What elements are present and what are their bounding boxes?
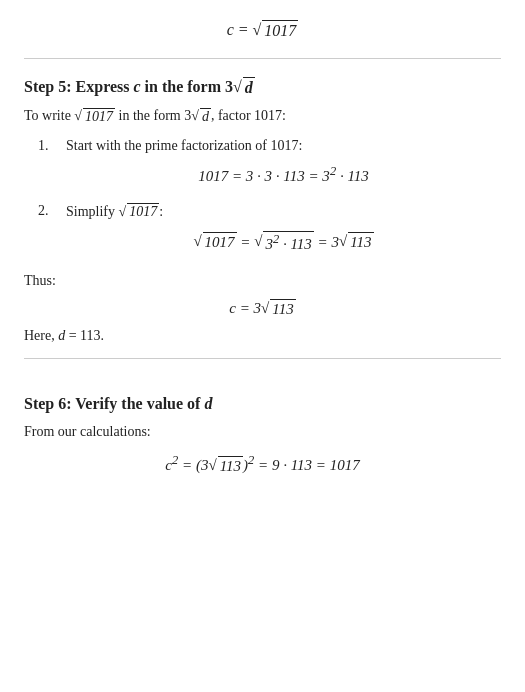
step5-heading-var: c [134, 78, 141, 95]
divider-1 [24, 58, 501, 59]
formula3: c = 3√113 [24, 299, 501, 318]
step6-intro: From our calculations: [24, 421, 501, 443]
list-num-1: 1. [38, 138, 66, 154]
sqrt-item2: √1017 [119, 203, 160, 221]
sqrt-form: √d [191, 105, 211, 127]
item1-text: Start with the prime factorization of 10… [66, 138, 302, 153]
thus-text: Thus: [24, 273, 501, 289]
sqrt-intro: √1017 [74, 105, 115, 127]
step5-heading: Step 5: Express c in the form 3√d [24, 77, 501, 97]
step5-heading-rest: in the form [141, 78, 225, 95]
sqrt-1017: √1017 [253, 20, 299, 40]
list-content-2: Simplify √1017: √1017 = √32 · 113 = 3√11… [66, 203, 501, 263]
formula2: √1017 = √32 · 113 = 3√113 [66, 231, 501, 253]
formula1: 1017 = 3 · 3 · 113 = 32 · 113 [66, 164, 501, 185]
list-item-2: 2. Simplify √1017: √1017 = √32 · 113 = 3… [24, 203, 501, 263]
step5-list: 1. Start with the prime factorization of… [24, 138, 501, 263]
list-num-2: 2. [38, 203, 66, 219]
item2-text: Simplify √1017: [66, 204, 163, 219]
top-formula-text: c = √1017 [227, 21, 299, 38]
top-formula: c = √1017 [24, 10, 501, 58]
list-item-1: 1. Start with the prime factorization of… [24, 138, 501, 195]
step5-heading-pre: Step 5: Express [24, 78, 134, 95]
step6-heading-var: d [204, 395, 212, 412]
step6-formula: c2 = (3√113)2 = 9 · 113 = 1017 [24, 453, 501, 475]
step6-intro-text: From our calculations: [24, 424, 151, 439]
step6-heading: Step 6: Verify the value of d [24, 395, 501, 413]
step5-heading-form: 3√d [225, 78, 255, 95]
list-content-1: Start with the prime factorization of 10… [66, 138, 501, 195]
divider-2 [24, 358, 501, 359]
page: c = √1017 Step 5: Express c in the form … [0, 0, 525, 515]
step6-section: Step 6: Verify the value of d From our c… [24, 377, 501, 475]
step5-section: Step 5: Express c in the form 3√d To wri… [24, 77, 501, 343]
step6-heading-pre: Step 6: Verify the value of [24, 395, 204, 412]
here-text: Here, d = 113. [24, 328, 501, 344]
step5-intro: To write √1017 in the form 3√d, factor 1… [24, 105, 501, 127]
